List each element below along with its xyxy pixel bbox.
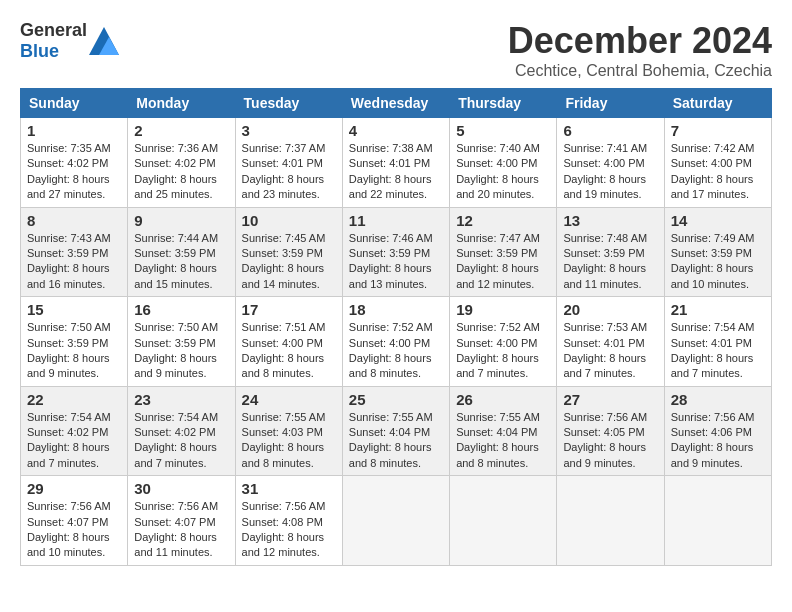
table-row: 12Sunrise: 7:47 AMSunset: 3:59 PMDayligh…	[450, 207, 557, 297]
daylight-text: Daylight: 8 hours and 19 minutes.	[563, 173, 646, 200]
table-row	[342, 476, 449, 566]
calendar-week-5: 29Sunrise: 7:56 AMSunset: 4:07 PMDayligh…	[21, 476, 772, 566]
table-row: 10Sunrise: 7:45 AMSunset: 3:59 PMDayligh…	[235, 207, 342, 297]
sunrise-text: Sunrise: 7:50 AM	[134, 321, 218, 333]
sunset-text: Sunset: 3:59 PM	[134, 247, 215, 259]
day-info: Sunrise: 7:35 AMSunset: 4:02 PMDaylight:…	[27, 141, 121, 203]
logo-wordmark: General Blue	[20, 20, 87, 62]
daylight-text: Daylight: 8 hours and 12 minutes.	[456, 262, 539, 289]
sunrise-text: Sunrise: 7:55 AM	[456, 411, 540, 423]
day-info: Sunrise: 7:44 AMSunset: 3:59 PMDaylight:…	[134, 231, 228, 293]
table-row: 26Sunrise: 7:55 AMSunset: 4:04 PMDayligh…	[450, 386, 557, 476]
daylight-text: Daylight: 8 hours and 25 minutes.	[134, 173, 217, 200]
table-row: 6Sunrise: 7:41 AMSunset: 4:00 PMDaylight…	[557, 118, 664, 208]
sunset-text: Sunset: 4:00 PM	[242, 337, 323, 349]
sunset-text: Sunset: 4:02 PM	[134, 157, 215, 169]
daylight-text: Daylight: 8 hours and 8 minutes.	[349, 352, 432, 379]
page-header: General Blue December 2024 Cechtice, Cen…	[20, 20, 772, 80]
day-info: Sunrise: 7:56 AMSunset: 4:06 PMDaylight:…	[671, 410, 765, 472]
day-number: 6	[563, 122, 657, 139]
sunrise-text: Sunrise: 7:47 AM	[456, 232, 540, 244]
table-row: 14Sunrise: 7:49 AMSunset: 3:59 PMDayligh…	[664, 207, 771, 297]
sunrise-text: Sunrise: 7:38 AM	[349, 142, 433, 154]
day-number: 1	[27, 122, 121, 139]
table-row: 29Sunrise: 7:56 AMSunset: 4:07 PMDayligh…	[21, 476, 128, 566]
daylight-text: Daylight: 8 hours and 11 minutes.	[563, 262, 646, 289]
table-row: 25Sunrise: 7:55 AMSunset: 4:04 PMDayligh…	[342, 386, 449, 476]
table-row: 31Sunrise: 7:56 AMSunset: 4:08 PMDayligh…	[235, 476, 342, 566]
daylight-text: Daylight: 8 hours and 7 minutes.	[27, 441, 110, 468]
day-info: Sunrise: 7:53 AMSunset: 4:01 PMDaylight:…	[563, 320, 657, 382]
logo-blue: Blue	[20, 41, 59, 61]
sunset-text: Sunset: 4:00 PM	[456, 157, 537, 169]
table-row: 4Sunrise: 7:38 AMSunset: 4:01 PMDaylight…	[342, 118, 449, 208]
table-row: 2Sunrise: 7:36 AMSunset: 4:02 PMDaylight…	[128, 118, 235, 208]
table-row: 8Sunrise: 7:43 AMSunset: 3:59 PMDaylight…	[21, 207, 128, 297]
day-number: 3	[242, 122, 336, 139]
sunrise-text: Sunrise: 7:44 AM	[134, 232, 218, 244]
daylight-text: Daylight: 8 hours and 8 minutes.	[456, 441, 539, 468]
day-info: Sunrise: 7:46 AMSunset: 3:59 PMDaylight:…	[349, 231, 443, 293]
day-number: 4	[349, 122, 443, 139]
table-row: 24Sunrise: 7:55 AMSunset: 4:03 PMDayligh…	[235, 386, 342, 476]
calendar-title-section: December 2024 Cechtice, Central Bohemia,…	[508, 20, 772, 80]
day-info: Sunrise: 7:40 AMSunset: 4:00 PMDaylight:…	[456, 141, 550, 203]
sunrise-text: Sunrise: 7:54 AM	[134, 411, 218, 423]
table-row: 3Sunrise: 7:37 AMSunset: 4:01 PMDaylight…	[235, 118, 342, 208]
daylight-text: Daylight: 8 hours and 7 minutes.	[671, 352, 754, 379]
sunrise-text: Sunrise: 7:42 AM	[671, 142, 755, 154]
daylight-text: Daylight: 8 hours and 9 minutes.	[563, 441, 646, 468]
sunset-text: Sunset: 4:07 PM	[134, 516, 215, 528]
sunrise-text: Sunrise: 7:55 AM	[349, 411, 433, 423]
header-thursday: Thursday	[450, 89, 557, 118]
daylight-text: Daylight: 8 hours and 7 minutes.	[456, 352, 539, 379]
header-wednesday: Wednesday	[342, 89, 449, 118]
sunrise-text: Sunrise: 7:41 AM	[563, 142, 647, 154]
table-row: 23Sunrise: 7:54 AMSunset: 4:02 PMDayligh…	[128, 386, 235, 476]
sunset-text: Sunset: 4:04 PM	[349, 426, 430, 438]
daylight-text: Daylight: 8 hours and 12 minutes.	[242, 531, 325, 558]
sunrise-text: Sunrise: 7:56 AM	[134, 500, 218, 512]
sunrise-text: Sunrise: 7:46 AM	[349, 232, 433, 244]
calendar-week-4: 22Sunrise: 7:54 AMSunset: 4:02 PMDayligh…	[21, 386, 772, 476]
table-row: 7Sunrise: 7:42 AMSunset: 4:00 PMDaylight…	[664, 118, 771, 208]
calendar-table: Sunday Monday Tuesday Wednesday Thursday…	[20, 88, 772, 566]
day-info: Sunrise: 7:56 AMSunset: 4:07 PMDaylight:…	[134, 499, 228, 561]
header-sunday: Sunday	[21, 89, 128, 118]
day-number: 15	[27, 301, 121, 318]
table-row: 5Sunrise: 7:40 AMSunset: 4:00 PMDaylight…	[450, 118, 557, 208]
sunset-text: Sunset: 4:06 PM	[671, 426, 752, 438]
calendar-week-1: 1Sunrise: 7:35 AMSunset: 4:02 PMDaylight…	[21, 118, 772, 208]
sunset-text: Sunset: 4:02 PM	[134, 426, 215, 438]
day-info: Sunrise: 7:56 AMSunset: 4:08 PMDaylight:…	[242, 499, 336, 561]
day-number: 31	[242, 480, 336, 497]
sunset-text: Sunset: 3:59 PM	[456, 247, 537, 259]
day-info: Sunrise: 7:54 AMSunset: 4:01 PMDaylight:…	[671, 320, 765, 382]
daylight-text: Daylight: 8 hours and 27 minutes.	[27, 173, 110, 200]
sunset-text: Sunset: 4:08 PM	[242, 516, 323, 528]
daylight-text: Daylight: 8 hours and 8 minutes.	[349, 441, 432, 468]
sunrise-text: Sunrise: 7:53 AM	[563, 321, 647, 333]
day-number: 17	[242, 301, 336, 318]
sunrise-text: Sunrise: 7:43 AM	[27, 232, 111, 244]
day-number: 9	[134, 212, 228, 229]
calendar-week-2: 8Sunrise: 7:43 AMSunset: 3:59 PMDaylight…	[21, 207, 772, 297]
day-number: 18	[349, 301, 443, 318]
day-info: Sunrise: 7:55 AMSunset: 4:04 PMDaylight:…	[349, 410, 443, 472]
day-info: Sunrise: 7:54 AMSunset: 4:02 PMDaylight:…	[27, 410, 121, 472]
sunset-text: Sunset: 3:59 PM	[671, 247, 752, 259]
day-info: Sunrise: 7:56 AMSunset: 4:07 PMDaylight:…	[27, 499, 121, 561]
sunrise-text: Sunrise: 7:49 AM	[671, 232, 755, 244]
day-info: Sunrise: 7:50 AMSunset: 3:59 PMDaylight:…	[27, 320, 121, 382]
daylight-text: Daylight: 8 hours and 11 minutes.	[134, 531, 217, 558]
sunset-text: Sunset: 3:59 PM	[242, 247, 323, 259]
sunrise-text: Sunrise: 7:52 AM	[349, 321, 433, 333]
logo-general: General	[20, 20, 87, 40]
calendar-week-3: 15Sunrise: 7:50 AMSunset: 3:59 PMDayligh…	[21, 297, 772, 387]
day-info: Sunrise: 7:56 AMSunset: 4:05 PMDaylight:…	[563, 410, 657, 472]
table-row: 11Sunrise: 7:46 AMSunset: 3:59 PMDayligh…	[342, 207, 449, 297]
sunset-text: Sunset: 4:03 PM	[242, 426, 323, 438]
table-row	[664, 476, 771, 566]
day-info: Sunrise: 7:52 AMSunset: 4:00 PMDaylight:…	[456, 320, 550, 382]
sunrise-text: Sunrise: 7:52 AM	[456, 321, 540, 333]
